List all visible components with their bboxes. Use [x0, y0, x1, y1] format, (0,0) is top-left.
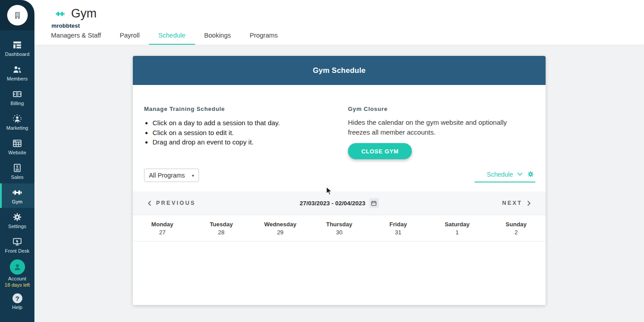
sidebar-item-label: Front Desk	[5, 248, 30, 254]
week-navigation: PREVIOUS 27/03/2023 - 02/04/2023 NEXT	[133, 191, 546, 215]
previous-week-button[interactable]: PREVIOUS	[148, 200, 196, 206]
front-desk-monitor-icon	[12, 237, 22, 247]
sidebar-nav: Dashboard Members $ Billing	[0, 30, 34, 322]
help-icon: ?	[13, 293, 22, 303]
page-title-row: Gym	[54, 7, 97, 21]
tab-schedule[interactable]: Schedule	[149, 32, 195, 45]
day-column-sunday[interactable]: Sunday 2	[487, 215, 546, 241]
building-icon	[12, 10, 23, 21]
tab-managers-staff[interactable]: Managers & Staff	[42, 32, 110, 45]
manage-heading: Manage Training Schedule	[144, 106, 348, 112]
account-avatar-icon	[10, 259, 25, 275]
sidebar-item-label: Sales	[11, 174, 23, 180]
account-name: mrobbtest	[51, 22, 80, 29]
account-days-left: 18 days left	[4, 282, 30, 288]
chevron-right-icon	[527, 200, 531, 206]
calendar-day-header: Monday 27 Tuesday 28 Wednesday 29 Thursd…	[133, 215, 546, 242]
calendar-icon	[371, 200, 377, 207]
filter-row: All Programs ▾ Schedule	[133, 169, 546, 182]
date-picker-button[interactable]	[369, 198, 379, 208]
date-range: 27/03/2023 - 02/04/2023	[300, 200, 365, 207]
person-icon	[13, 262, 22, 272]
day-column-wednesday[interactable]: Wednesday 29	[251, 215, 310, 241]
svg-text:$: $	[16, 165, 18, 169]
dumbbell-icon	[12, 187, 22, 198]
sidebar-item-label: Billing	[10, 101, 24, 106]
tab-payroll[interactable]: Payroll	[110, 32, 149, 45]
date-range-group: 27/03/2023 - 02/04/2023	[300, 198, 379, 208]
instruction-item: Click on a day to add a session to that …	[153, 118, 348, 128]
sidebar-item-sales[interactable]: $ Sales	[0, 159, 34, 183]
sidebar-item-website[interactable]: Website	[0, 134, 34, 159]
day-column-saturday[interactable]: Saturday 1	[428, 215, 487, 241]
tab-bar: Managers & Staff Payroll Schedule Bookin…	[42, 32, 287, 45]
close-gym-button[interactable]: CLOSE GYM	[348, 143, 412, 159]
sidebar: Dashboard Members $ Billing	[0, 0, 34, 322]
day-column-thursday[interactable]: Thursday 30	[310, 215, 369, 241]
chevron-down-icon	[517, 172, 523, 176]
billing-icon: $	[12, 89, 22, 99]
card-title: Gym Schedule	[133, 56, 546, 85]
sidebar-item-label: Account	[8, 276, 26, 281]
dumbbell-icon	[54, 9, 67, 19]
programs-select-value: All Programs	[149, 172, 185, 179]
workspace-avatar[interactable]	[7, 5, 28, 25]
sidebar-item-label: Marketing	[6, 125, 28, 131]
gear-icon[interactable]	[527, 170, 534, 178]
day-column-friday[interactable]: Friday 31	[369, 215, 428, 241]
sidebar-item-label: Gym	[12, 199, 23, 204]
content-area: Gym Schedule Manage Training Schedule Cl…	[34, 45, 644, 322]
sidebar-item-gym[interactable]: Gym	[0, 183, 34, 208]
workspace-header	[0, 0, 34, 30]
manage-instructions: Click on a day to add a session to that …	[153, 118, 348, 147]
tab-bookings[interactable]: Bookings	[195, 32, 241, 45]
sidebar-item-members[interactable]: Members	[0, 60, 34, 85]
schedule-view-value: Schedule	[487, 171, 513, 178]
closure-heading: Gym Closure	[348, 106, 534, 112]
gym-closure-section: Gym Closure Hides the calendar on the gy…	[348, 106, 534, 159]
sidebar-item-label: Website	[8, 150, 26, 155]
sidebar-item-dashboard[interactable]: Dashboard	[0, 36, 34, 60]
calendar-body-empty[interactable]	[133, 242, 546, 305]
sidebar-item-billing[interactable]: $ Billing	[0, 85, 34, 110]
gear-icon	[12, 212, 22, 222]
sidebar-item-label: Members	[7, 76, 28, 81]
chevron-left-icon	[148, 200, 152, 206]
sidebar-item-label: Settings	[8, 224, 26, 229]
sidebar-item-label: Help	[12, 305, 22, 310]
next-week-button[interactable]: NEXT	[502, 200, 531, 206]
marketing-icon	[12, 114, 22, 124]
sidebar-item-account[interactable]: Account 18 days left	[0, 257, 34, 289]
instruction-item: Drag and drop an event to copy it.	[153, 137, 348, 147]
sales-icon: $	[12, 163, 22, 173]
instruction-item: Click on a session to edit it.	[153, 128, 348, 138]
gym-schedule-card: Gym Schedule Manage Training Schedule Cl…	[133, 56, 546, 305]
caret-down-icon: ▾	[192, 173, 194, 178]
sidebar-item-marketing[interactable]: Marketing	[0, 110, 34, 134]
dashboard-icon	[12, 40, 22, 50]
day-column-monday[interactable]: Monday 27	[133, 215, 192, 241]
programs-select[interactable]: All Programs ▾	[144, 169, 199, 182]
schedule-view-dropdown[interactable]: Schedule	[475, 169, 535, 182]
closure-description: Hides the calendar on the gym website an…	[348, 118, 527, 137]
manage-schedule-section: Manage Training Schedule Click on a day …	[144, 106, 348, 159]
tab-programs[interactable]: Programs	[240, 32, 287, 45]
members-icon	[12, 64, 22, 75]
sidebar-item-settings[interactable]: Settings	[0, 208, 34, 233]
website-icon	[12, 138, 22, 148]
page-title: Gym	[71, 7, 97, 21]
previous-label: PREVIOUS	[156, 200, 196, 206]
sidebar-item-label: Dashboard	[5, 51, 30, 57]
day-column-tuesday[interactable]: Tuesday 28	[192, 215, 251, 241]
page-header: Gym mrobbtest Managers & Staff Payroll S…	[34, 0, 644, 45]
sidebar-item-front-desk[interactable]: Front Desk	[0, 233, 34, 257]
gym-app-screen: Dashboard Members $ Billing	[0, 0, 644, 322]
info-section: Manage Training Schedule Click on a day …	[133, 85, 546, 159]
sidebar-item-help[interactable]: ? Help	[0, 289, 34, 314]
next-label: NEXT	[502, 200, 522, 206]
svg-text:$: $	[17, 92, 18, 96]
